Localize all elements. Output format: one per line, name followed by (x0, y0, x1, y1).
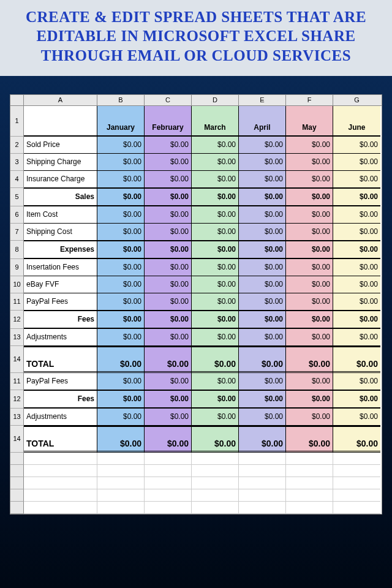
cell[interactable]: $0.00 (239, 373, 286, 390)
cell[interactable]: $0.00 (192, 171, 239, 188)
empty-cell[interactable] (24, 477, 97, 489)
empty-cell[interactable] (97, 489, 145, 502)
row-label-cell[interactable]: Fees (24, 390, 97, 409)
cell[interactable]: $0.00 (192, 224, 239, 241)
cell[interactable]: $0.00 (286, 346, 333, 373)
cell[interactable]: $0.00 (286, 241, 333, 259)
cell[interactable]: $0.00 (333, 293, 380, 311)
cell[interactable]: $0.00 (145, 241, 192, 259)
row-number[interactable] (10, 477, 24, 489)
cell[interactable]: $0.00 (286, 188, 333, 206)
empty-cell[interactable] (192, 465, 239, 477)
cell[interactable]: $0.00 (286, 373, 333, 390)
cell[interactable]: $0.00 (145, 137, 192, 154)
cell[interactable]: $0.00 (192, 293, 239, 311)
empty-cell[interactable] (286, 477, 333, 489)
empty-cell[interactable] (97, 502, 145, 514)
row-label-cell[interactable]: Expenses (24, 241, 97, 259)
cell[interactable]: $0.00 (286, 276, 333, 293)
cell[interactable]: $0.00 (192, 206, 239, 224)
row-number[interactable]: 2 (10, 137, 24, 154)
cell[interactable]: $0.00 (145, 154, 192, 171)
row-number[interactable]: 13 (10, 329, 24, 346)
cell[interactable]: $0.00 (97, 346, 145, 373)
row-label-cell[interactable]: Item Cost (24, 206, 97, 224)
cell[interactable]: $0.00 (192, 390, 239, 409)
row-number[interactable]: 6 (10, 206, 24, 224)
row-label-cell[interactable]: Insurance Charge (24, 171, 97, 188)
cell[interactable]: $0.00 (333, 409, 380, 426)
row-number[interactable] (10, 465, 24, 477)
cell[interactable]: $0.00 (145, 390, 192, 409)
empty-cell[interactable] (333, 453, 380, 465)
cell[interactable]: $0.00 (239, 259, 286, 276)
cell[interactable]: $0.00 (145, 276, 192, 293)
column-header-B[interactable]: B (97, 95, 145, 105)
cell[interactable]: $0.00 (333, 188, 380, 206)
cell[interactable]: $0.00 (97, 373, 145, 390)
row-label-cell[interactable]: Adjustments (24, 409, 97, 426)
empty-cell[interactable] (145, 477, 192, 489)
cell[interactable]: $0.00 (286, 409, 333, 426)
cell[interactable]: $0.00 (239, 224, 286, 241)
empty-cell[interactable] (24, 502, 97, 514)
empty-cell[interactable] (286, 489, 333, 502)
cell[interactable]: $0.00 (333, 137, 380, 154)
cell[interactable]: $0.00 (192, 241, 239, 259)
empty-cell[interactable] (239, 453, 286, 465)
empty-cell[interactable] (192, 453, 239, 465)
cell[interactable]: $0.00 (239, 154, 286, 171)
cell[interactable]: $0.00 (145, 329, 192, 346)
row-number[interactable]: 14 (10, 346, 24, 373)
column-header-C[interactable]: C (145, 95, 192, 105)
empty-cell[interactable] (333, 489, 380, 502)
empty-cell[interactable] (24, 489, 97, 502)
row-label-cell[interactable]: PayPal Fees (24, 373, 97, 390)
cell[interactable]: $0.00 (333, 390, 380, 409)
cell[interactable]: $0.00 (97, 276, 145, 293)
cell[interactable]: $0.00 (97, 409, 145, 426)
empty-cell[interactable] (286, 453, 333, 465)
cell[interactable]: $0.00 (333, 224, 380, 241)
cell[interactable]: $0.00 (192, 276, 239, 293)
cell[interactable]: June (333, 106, 380, 137)
empty-cell[interactable] (192, 477, 239, 489)
row-label-cell[interactable]: Shipping Cost (24, 224, 97, 241)
empty-cell[interactable] (239, 489, 286, 502)
cell[interactable]: $0.00 (286, 293, 333, 311)
cell[interactable]: $0.00 (145, 426, 192, 453)
cell[interactable]: $0.00 (333, 206, 380, 224)
cell[interactable]: $0.00 (333, 154, 380, 171)
cell[interactable]: $0.00 (145, 259, 192, 276)
cell[interactable]: $0.00 (239, 171, 286, 188)
row-number[interactable] (10, 502, 24, 514)
cell[interactable]: $0.00 (333, 259, 380, 276)
empty-cell[interactable] (192, 489, 239, 502)
column-header-D[interactable]: D (192, 95, 239, 105)
cell[interactable]: $0.00 (97, 137, 145, 154)
cell[interactable]: $0.00 (286, 311, 333, 329)
empty-cell[interactable] (239, 477, 286, 489)
column-header-G[interactable]: G (333, 95, 380, 105)
cell[interactable]: $0.00 (145, 171, 192, 188)
cell[interactable]: $0.00 (192, 409, 239, 426)
cell[interactable]: April (239, 106, 286, 137)
row-label-cell[interactable]: PayPal Fees (24, 293, 97, 311)
row-label-cell[interactable]: Sales (24, 188, 97, 206)
empty-cell[interactable] (97, 453, 145, 465)
cell[interactable]: $0.00 (239, 276, 286, 293)
empty-cell[interactable] (145, 489, 192, 502)
cell[interactable]: $0.00 (239, 346, 286, 373)
cell[interactable]: $0.00 (145, 188, 192, 206)
row-number[interactable]: 8 (10, 241, 24, 259)
empty-cell[interactable] (286, 502, 333, 514)
cell[interactable]: January (97, 106, 145, 137)
cell[interactable]: $0.00 (97, 293, 145, 311)
cell[interactable]: $0.00 (97, 206, 145, 224)
cell[interactable]: $0.00 (286, 259, 333, 276)
spreadsheet[interactable]: ABCDEFG 1JanuaryFebruaryMarchAprilMayJun… (10, 94, 382, 514)
column-header-A[interactable]: A (24, 95, 97, 105)
empty-cell[interactable] (97, 465, 145, 477)
cell[interactable]: $0.00 (97, 188, 145, 206)
cell[interactable]: $0.00 (97, 390, 145, 409)
